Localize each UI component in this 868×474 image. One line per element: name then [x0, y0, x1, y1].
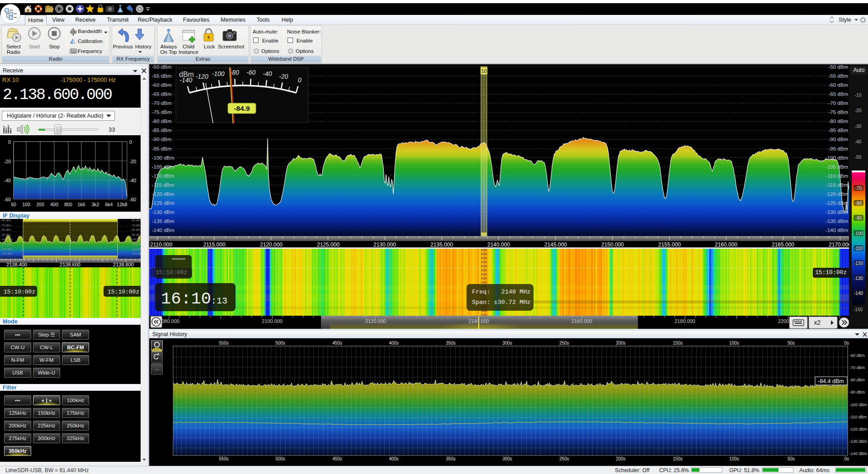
svg-text:500s: 500s	[275, 456, 285, 461]
svg-text:-140 dBm: -140 dBm	[849, 451, 867, 456]
svg-text:200s: 200s	[616, 456, 626, 461]
svg-text:-140: -140	[854, 291, 863, 296]
svg-text:-84.9: -84.9	[234, 104, 250, 112]
svg-text:-100: -100	[212, 70, 225, 77]
svg-text:-90: -90	[855, 216, 862, 221]
svg-text:-90 dBm: -90 dBm	[1, 233, 11, 236]
svg-text:3k2: 3k2	[92, 202, 99, 207]
svg-text:-110 dBm: -110 dBm	[1, 243, 13, 246]
svg-text:-70: -70	[855, 186, 862, 191]
svg-text:150s: 150s	[673, 456, 683, 461]
svg-text:350s: 350s	[446, 341, 456, 346]
svg-text:-100 dBm: -100 dBm	[131, 238, 141, 241]
svg-text:550s: 550s	[219, 341, 229, 346]
svg-text:-84.4 dBm: -84.4 dBm	[818, 378, 844, 384]
svg-text:15:10:00z: 15:10:00z	[4, 289, 35, 295]
svg-text:-60 dBm: -60 dBm	[849, 353, 865, 358]
svg-text:450s: 450s	[332, 456, 342, 461]
svg-text:-70 dBm: -70 dBm	[131, 224, 141, 227]
svg-text:2138.400: 2138.400	[6, 262, 27, 267]
svg-text:50: 50	[11, 202, 16, 207]
svg-text:-90 dBm: -90 dBm	[849, 390, 865, 394]
svg-text:-20: -20	[4, 159, 11, 164]
svg-text:100s: 100s	[729, 456, 739, 461]
svg-text:-40: -40	[129, 178, 136, 183]
svg-text:2138.600: 2138.600	[60, 262, 80, 267]
svg-text:-80 dBm: -80 dBm	[131, 228, 141, 231]
svg-text:1k6: 1k6	[78, 202, 85, 207]
svg-text:-60: -60	[4, 197, 11, 202]
svg-text:0: 0	[8, 139, 11, 145]
svg-text:-120 dBm: -120 dBm	[131, 248, 141, 251]
svg-text:-40: -40	[263, 70, 272, 77]
svg-text:Style: Style	[839, 17, 851, 23]
svg-text:500s: 500s	[275, 341, 285, 346]
svg-text:15:10:00z: 15:10:00z	[108, 289, 139, 295]
svg-text:-130 dBm: -130 dBm	[1, 252, 13, 255]
svg-text:-110 dBm: -110 dBm	[131, 243, 141, 246]
svg-text:-60: -60	[129, 197, 136, 202]
svg-text:-120 dBm: -120 dBm	[1, 248, 13, 251]
svg-text:200s: 200s	[616, 341, 626, 346]
svg-text:-70 dBm: -70 dBm	[1, 224, 11, 227]
svg-text:0: 0	[298, 76, 302, 84]
svg-text:0s: 0s	[844, 456, 849, 461]
svg-text:-80: -80	[855, 201, 862, 206]
svg-text:400s: 400s	[389, 456, 399, 461]
svg-text:-130: -130	[854, 276, 863, 281]
svg-text:250s: 250s	[559, 456, 569, 461]
svg-text:100s: 100s	[729, 341, 739, 346]
svg-text:100: 100	[22, 202, 30, 207]
svg-text:250s: 250s	[559, 341, 569, 346]
svg-text:-60 dBm: -60 dBm	[131, 219, 141, 222]
svg-text:-110: -110	[854, 246, 863, 251]
svg-text:200: 200	[36, 202, 44, 207]
svg-text:-70 dBm: -70 dBm	[849, 365, 865, 370]
svg-text:-80 dBm: -80 dBm	[849, 378, 865, 382]
svg-text:800: 800	[64, 202, 72, 207]
svg-text:450s: 450s	[332, 341, 342, 346]
svg-text:0s: 0s	[844, 341, 849, 346]
svg-text:-90 dBm: -90 dBm	[131, 233, 141, 236]
svg-text:x2: x2	[814, 319, 821, 326]
svg-text:-100 dBm: -100 dBm	[1, 238, 13, 241]
svg-text:-110 dBm: -110 dBm	[849, 415, 867, 419]
svg-text:-130 dBm: -130 dBm	[131, 252, 141, 255]
svg-text:-100: -100	[854, 231, 863, 236]
svg-text:-120: -120	[854, 261, 863, 266]
svg-text:-60 dBm: -60 dBm	[1, 219, 11, 222]
svg-text:-60: -60	[246, 69, 255, 76]
svg-text:0: 0	[129, 139, 132, 145]
svg-text:-100 dBm: -100 dBm	[849, 403, 867, 407]
svg-text:-20: -20	[129, 159, 136, 164]
svg-text:50s: 50s	[788, 341, 795, 346]
svg-text:-130 dBm: -130 dBm	[849, 439, 867, 444]
svg-text:-120 dBm: -120 dBm	[849, 427, 867, 431]
svg-text:400: 400	[50, 202, 58, 207]
svg-text:550s: 550s	[219, 456, 229, 461]
svg-text:300s: 300s	[502, 341, 512, 346]
svg-text:-20: -20	[279, 73, 288, 80]
svg-text:6k4: 6k4	[105, 202, 113, 207]
svg-text:10: 10	[481, 68, 486, 74]
svg-text:-40: -40	[4, 178, 11, 183]
svg-text:-140: -140	[179, 76, 192, 84]
svg-text:300s: 300s	[502, 456, 512, 461]
svg-text:400s: 400s	[389, 341, 399, 346]
svg-text:-80 dBm: -80 dBm	[1, 228, 11, 231]
svg-text:50s: 50s	[788, 456, 795, 461]
svg-text:150s: 150s	[673, 341, 683, 346]
svg-text:350s: 350s	[446, 456, 456, 461]
svg-text:-120: -120	[196, 73, 208, 80]
svg-text:2138.800: 2138.800	[113, 262, 134, 267]
svg-text:12k8: 12k8	[117, 202, 127, 207]
